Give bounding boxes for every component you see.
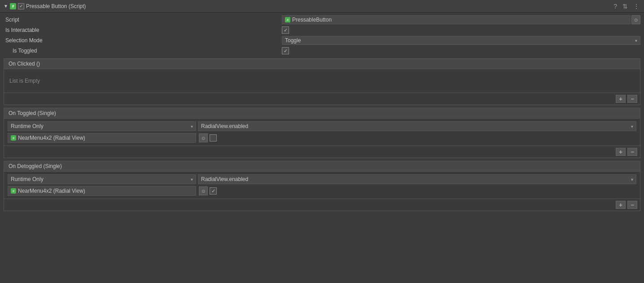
on-detoggled-section: On Detoggled (Single) Runtime Only ▾ Rad… bbox=[4, 161, 640, 211]
on-clicked-footer: + − bbox=[4, 93, 640, 105]
on-detoggled-remove-btn[interactable]: − bbox=[627, 201, 637, 209]
on-detoggled-function-select[interactable]: RadialView.enabled ▾ bbox=[198, 174, 636, 184]
on-toggled-runtime-label: Runtime Only bbox=[11, 123, 44, 129]
script-field-row: Script # PressableButton ⊙ bbox=[4, 14, 640, 25]
collapse-arrow-icon[interactable]: ▼ bbox=[4, 4, 8, 9]
on-detoggled-function-label: RadialView.enabled bbox=[201, 176, 248, 182]
script-value: # PressableButton ⊙ bbox=[282, 15, 640, 24]
on-toggled-value-checkbox[interactable] bbox=[210, 134, 217, 142]
is-toggled-checkbox[interactable]: ✓ bbox=[282, 47, 289, 54]
component-panel: ▼ # ✓ Pressable Button (Script) ? ⇅ ⋮ Sc… bbox=[0, 0, 644, 216]
on-toggled-target-btn[interactable]: ⊙ bbox=[199, 133, 208, 142]
on-clicked-body: List is Empty bbox=[4, 69, 640, 93]
on-detoggled-header: On Detoggled (Single) bbox=[4, 161, 640, 172]
on-clicked-remove-btn[interactable]: − bbox=[627, 95, 637, 103]
on-clicked-header: On Clicked () bbox=[4, 59, 640, 69]
is-interactable-label: Is Interactable bbox=[4, 27, 282, 33]
on-clicked-section: On Clicked () List is Empty + − bbox=[4, 58, 640, 105]
on-toggled-object-name: NearMenu4x2 (Radial View) bbox=[18, 135, 85, 141]
on-detoggled-runtime-arrow-icon: ▾ bbox=[191, 177, 193, 182]
on-detoggled-object-ref[interactable]: # NearMenu4x2 (Radial View) bbox=[8, 186, 196, 196]
on-toggled-section: On Toggled (Single) Runtime Only ▾ Radia… bbox=[4, 108, 640, 158]
on-detoggled-value-checkbox[interactable]: ✓ bbox=[210, 187, 217, 195]
is-toggled-label: Is Toggled bbox=[4, 48, 282, 54]
selection-mode-arrow-icon: ▾ bbox=[635, 38, 637, 43]
is-interactable-checkbox[interactable]: ✓ bbox=[282, 27, 289, 34]
selection-mode-select[interactable]: Toggle ▾ bbox=[282, 36, 640, 45]
on-toggled-body: Runtime Only ▾ RadialView.enabled ▾ # Ne… bbox=[4, 119, 640, 146]
on-toggled-event-row: Runtime Only ▾ RadialView.enabled ▾ bbox=[8, 121, 636, 131]
on-toggled-runtime-select[interactable]: Runtime Only ▾ bbox=[8, 121, 196, 131]
script-ref-name: PressableButton bbox=[292, 17, 332, 23]
is-interactable-row: Is Interactable ✓ bbox=[4, 25, 640, 35]
on-detoggled-add-btn[interactable]: + bbox=[616, 201, 626, 209]
panel-header-left: ▼ # ✓ Pressable Button (Script) bbox=[4, 3, 610, 9]
on-clicked-add-btn[interactable]: + bbox=[616, 95, 626, 103]
selection-mode-selected: Toggle bbox=[285, 37, 301, 44]
on-detoggled-object-name: NearMenu4x2 (Radial View) bbox=[18, 188, 85, 194]
on-detoggled-body: Runtime Only ▾ RadialView.enabled ▾ # Ne… bbox=[4, 172, 640, 199]
panel-header: ▼ # ✓ Pressable Button (Script) ? ⇅ ⋮ bbox=[0, 0, 644, 13]
is-interactable-value: ✓ bbox=[282, 27, 640, 34]
panel-body: Script # PressableButton ⊙ Is Interactab… bbox=[0, 13, 644, 216]
on-toggled-object-icon: # bbox=[11, 135, 16, 141]
on-toggled-header: On Toggled (Single) bbox=[4, 108, 640, 119]
on-detoggled-function-arrow-icon: ▾ bbox=[631, 177, 633, 182]
on-toggled-runtime-arrow-icon: ▾ bbox=[191, 124, 193, 129]
selection-mode-row: Selection Mode Toggle ▾ bbox=[4, 35, 640, 46]
help-icon[interactable]: ? bbox=[613, 2, 618, 11]
on-detoggled-runtime-label: Runtime Only bbox=[11, 176, 44, 182]
on-toggled-object-ref[interactable]: # NearMenu4x2 (Radial View) bbox=[8, 133, 196, 143]
on-toggled-function-select[interactable]: RadialView.enabled ▾ bbox=[198, 121, 636, 131]
on-toggled-function-label: RadialView.enabled bbox=[201, 123, 248, 129]
panel-header-icons: ? ⇅ ⋮ bbox=[613, 2, 640, 11]
on-clicked-empty: List is Empty bbox=[8, 72, 636, 90]
more-icon[interactable]: ⋮ bbox=[632, 2, 640, 11]
script-label: Script bbox=[4, 17, 282, 23]
selection-mode-label: Selection Mode bbox=[4, 37, 282, 44]
on-detoggled-runtime-select[interactable]: Runtime Only ▾ bbox=[8, 174, 196, 184]
on-detoggled-footer: + − bbox=[4, 199, 640, 211]
on-detoggled-target-btn[interactable]: ⊙ bbox=[199, 186, 208, 195]
panel-enabled-checkbox[interactable]: ✓ bbox=[18, 3, 24, 9]
on-toggled-footer: + − bbox=[4, 146, 640, 158]
script-target-btn[interactable]: ⊙ bbox=[631, 15, 640, 24]
is-toggled-value: ✓ bbox=[282, 47, 640, 54]
script-ref[interactable]: # PressableButton bbox=[282, 15, 631, 24]
on-toggled-function-arrow-icon: ▾ bbox=[631, 124, 633, 129]
script-ref-icon: # bbox=[285, 17, 290, 22]
on-detoggled-object-icon: # bbox=[11, 188, 16, 194]
on-toggled-object-row: # NearMenu4x2 (Radial View) ⊙ bbox=[8, 133, 636, 143]
selection-mode-value: Toggle ▾ bbox=[282, 36, 640, 45]
on-detoggled-object-row: # NearMenu4x2 (Radial View) ⊙ ✓ bbox=[8, 186, 636, 196]
is-toggled-row: Is Toggled ✓ bbox=[4, 46, 640, 56]
on-detoggled-event-row: Runtime Only ▾ RadialView.enabled ▾ bbox=[8, 174, 636, 184]
on-toggled-remove-btn[interactable]: − bbox=[627, 148, 637, 156]
on-toggled-add-btn[interactable]: + bbox=[616, 148, 626, 156]
panel-title: Pressable Button (Script) bbox=[26, 3, 86, 9]
settings-icon[interactable]: ⇅ bbox=[622, 2, 629, 11]
script-icon: # bbox=[10, 3, 16, 9]
